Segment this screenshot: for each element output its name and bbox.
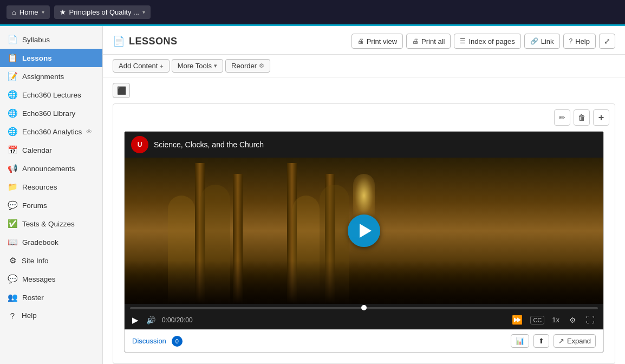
sidebar-label-echo360-analytics: Echo360 Analytics bbox=[22, 128, 82, 136]
sidebar-icon-assignments: 📝 bbox=[8, 72, 18, 81]
speed-button[interactable]: 1x bbox=[550, 315, 562, 325]
sidebar-label-roster: Roster bbox=[22, 294, 44, 302]
fullscreen-button[interactable]: ⤢ bbox=[599, 34, 615, 49]
sidebar-label-tests-quizzes: Tests & Quizzes bbox=[22, 220, 75, 228]
video-logo: U bbox=[131, 136, 148, 153]
discussion-area: Discussion 0 bbox=[132, 336, 183, 347]
add-content-button[interactable]: Add Content + bbox=[113, 59, 170, 73]
page-title-icon: 📄 bbox=[113, 35, 125, 47]
print-all-icon: 🖨 bbox=[412, 37, 419, 45]
more-tools-button[interactable]: More Tools ▾ bbox=[172, 59, 223, 73]
add-item-icon: + bbox=[598, 112, 604, 123]
sidebar-label-lessons: Lessons bbox=[22, 54, 52, 62]
sidebar-icon-messages: 💬 bbox=[8, 274, 18, 284]
sidebar-label-announcements: Announcements bbox=[22, 165, 75, 173]
course-chevron-icon: ▾ bbox=[142, 9, 145, 15]
badge-icon: 👁 bbox=[86, 128, 92, 135]
closed-captions-button[interactable]: CC bbox=[530, 316, 544, 324]
time-display: 0:00/20:00 bbox=[162, 316, 193, 324]
edit-button[interactable]: ✏ bbox=[554, 109, 570, 126]
fullscreen-video-button[interactable]: ⛶ bbox=[584, 314, 597, 326]
sidebar-label-echo360-library: Echo360 Library bbox=[22, 109, 75, 118]
layout: 📄 Syllabus 📋 Lessons 📝 Assignments 🌐 Ech… bbox=[0, 26, 625, 364]
sidebar-item-syllabus[interactable]: 📄 Syllabus bbox=[0, 30, 102, 49]
video-container: U Science, Clocks, and the Church bbox=[124, 131, 604, 353]
sidebar-icon-resources: 📁 bbox=[8, 182, 18, 192]
sidebar-item-messages[interactable]: 💬 Messages bbox=[0, 270, 102, 288]
collapse-button[interactable]: ⬛ bbox=[113, 83, 130, 98]
stats-button[interactable]: 📊 bbox=[511, 334, 529, 348]
sidebar-label-syllabus: Syllabus bbox=[22, 36, 50, 44]
sidebar-label-resources: Resources bbox=[22, 183, 57, 191]
delete-button[interactable]: 🗑 bbox=[574, 109, 590, 126]
sidebar: 📄 Syllabus 📋 Lessons 📝 Assignments 🌐 Ech… bbox=[0, 26, 103, 364]
sidebar-item-lessons[interactable]: 📋 Lessons bbox=[0, 49, 102, 67]
video-thumbnail bbox=[125, 158, 603, 304]
help-header-button[interactable]: ? Help bbox=[563, 34, 596, 49]
sidebar-item-echo360-library[interactable]: 🌐 Echo360 Library bbox=[0, 104, 102, 122]
course-button[interactable]: ★ Principles of Quality ... ▾ bbox=[54, 5, 151, 19]
more-tools-label: More Tools bbox=[178, 62, 212, 70]
link-button[interactable]: 🔗 Link bbox=[524, 34, 560, 49]
toolbar: Add Content + More Tools ▾ Reorder ⚙ bbox=[103, 55, 625, 77]
sidebar-item-gradebook[interactable]: 📖 Gradebook bbox=[0, 233, 102, 251]
home-chevron-icon: ▾ bbox=[42, 9, 44, 15]
sidebar-label-gradebook: Gradebook bbox=[22, 238, 58, 246]
print-view-button[interactable]: 🖨 Print view bbox=[351, 34, 403, 49]
progress-track[interactable] bbox=[130, 307, 598, 309]
add-content-icon: + bbox=[160, 63, 163, 69]
expand-icon: ↗ bbox=[558, 337, 564, 345]
sidebar-item-roster[interactable]: 👥 Roster bbox=[0, 288, 102, 307]
play-pause-button[interactable]: ▶ bbox=[131, 315, 140, 325]
help-icon: ? bbox=[569, 37, 573, 45]
play-button[interactable] bbox=[348, 214, 380, 247]
sidebar-icon-roster: 👥 bbox=[8, 292, 18, 302]
sidebar-item-calendar[interactable]: 📅 Calendar bbox=[0, 141, 102, 159]
discussion-badge: 0 bbox=[172, 336, 183, 347]
sidebar-item-forums[interactable]: 💬 Forums bbox=[0, 196, 102, 214]
sidebar-item-resources[interactable]: 📁 Resources bbox=[0, 178, 102, 196]
progress-area bbox=[125, 304, 603, 310]
sidebar-icon-calendar: 📅 bbox=[8, 145, 18, 155]
sidebar-item-assignments[interactable]: 📝 Assignments bbox=[0, 67, 102, 86]
sidebar-item-tests-quizzes[interactable]: ✅ Tests & Quizzes bbox=[0, 214, 102, 233]
upload-icon: ⬆ bbox=[538, 337, 544, 345]
sidebar-label-assignments: Assignments bbox=[22, 73, 64, 81]
sidebar-item-site-info[interactable]: ⚙ Site Info bbox=[0, 251, 102, 270]
reorder-button[interactable]: Reorder ⚙ bbox=[225, 59, 270, 73]
sidebar-icon-echo360-lectures: 🌐 bbox=[8, 90, 18, 100]
upload-button[interactable]: ⬆ bbox=[533, 334, 549, 348]
more-tools-chevron-icon: ▾ bbox=[214, 62, 217, 69]
sidebar-item-announcements[interactable]: 📢 Announcements bbox=[0, 159, 102, 178]
page-title: LESSONS bbox=[129, 36, 178, 47]
video-header: U Science, Clocks, and the Church bbox=[125, 132, 603, 158]
index-of-pages-button[interactable]: ☰ Index of pages bbox=[454, 34, 520, 49]
sidebar-item-echo360-lectures[interactable]: 🌐 Echo360 Lectures bbox=[0, 86, 102, 104]
sidebar-icon-help: ? bbox=[8, 311, 17, 320]
video-title: Science, Clocks, and the Church bbox=[154, 140, 264, 149]
captions-forward-button[interactable]: ⏩ bbox=[510, 314, 525, 326]
discussion-link[interactable]: Discussion bbox=[132, 337, 166, 345]
sidebar-item-echo360-analytics[interactable]: 🌐 Echo360 Analytics 👁 bbox=[0, 122, 102, 141]
window-glow bbox=[353, 174, 375, 217]
sidebar-icon-syllabus: 📄 bbox=[8, 35, 18, 44]
sidebar-label-forums: Forums bbox=[22, 202, 47, 210]
sidebar-icon-echo360-library: 🌐 bbox=[8, 108, 18, 118]
add-item-button[interactable]: + bbox=[593, 109, 609, 126]
sidebar-icon-echo360-analytics: 🌐 bbox=[8, 127, 18, 136]
collapse-icon: ⬛ bbox=[117, 86, 126, 95]
expand-button[interactable]: ↗ Expand bbox=[554, 334, 596, 348]
course-label: Principles of Quality ... bbox=[69, 8, 139, 16]
sidebar-item-help[interactable]: ? Help bbox=[0, 307, 102, 324]
sidebar-icon-gradebook: 📖 bbox=[8, 237, 18, 247]
print-all-button[interactable]: 🖨 Print all bbox=[406, 34, 451, 49]
volume-button[interactable]: 🔊 bbox=[145, 316, 157, 324]
home-button[interactable]: ⌂ Home ▾ bbox=[6, 5, 50, 19]
link-icon: 🔗 bbox=[530, 37, 538, 45]
page-title-area: 📄 LESSONS bbox=[113, 35, 178, 47]
edit-icon: ✏ bbox=[559, 113, 565, 122]
progress-dot[interactable] bbox=[361, 305, 367, 310]
print-view-icon: 🖨 bbox=[357, 37, 364, 45]
sidebar-label-help: Help bbox=[22, 311, 37, 320]
settings-button[interactable]: ⚙ bbox=[567, 315, 578, 326]
